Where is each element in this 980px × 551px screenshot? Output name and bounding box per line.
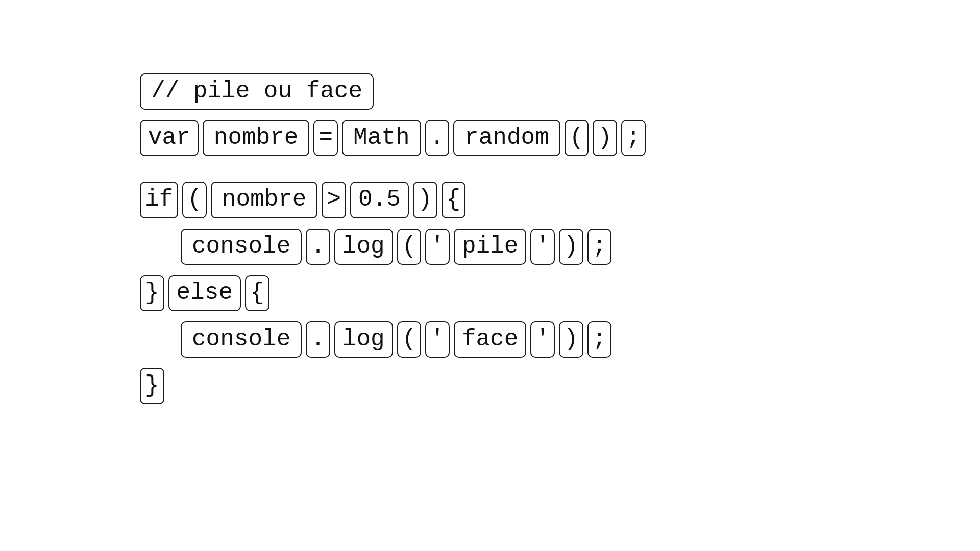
token-close-paren-2: )	[413, 182, 437, 218]
token-console-2: console	[181, 321, 302, 358]
token-log-2: log	[334, 321, 393, 358]
token-close-brace-1: }	[140, 275, 164, 311]
code-line-1: // pile ou face	[138, 71, 648, 112]
code-line-7: }	[138, 366, 648, 406]
token-var: var	[140, 120, 199, 156]
token-comment: // pile ou face	[140, 73, 374, 110]
token-if: if	[140, 182, 178, 218]
token-console-1: console	[181, 229, 302, 265]
token-random: random	[453, 120, 560, 156]
token-open-brace-2: {	[245, 275, 270, 311]
token-nombre-1: nombre	[203, 120, 310, 156]
token-log-1: log	[334, 229, 393, 265]
token-semicolon-3: ;	[587, 321, 612, 358]
token-else: else	[168, 275, 241, 311]
token-close-paren-1: )	[593, 120, 617, 156]
token-open-brace-1: {	[442, 182, 466, 218]
token-open-paren-1: (	[565, 120, 589, 156]
token-pile: pile	[454, 229, 526, 265]
token-close-paren-3: )	[559, 229, 583, 265]
token-dot-2: .	[306, 229, 330, 265]
token-gt: >	[322, 182, 346, 218]
token-dot-1: .	[425, 120, 450, 156]
token-open-paren-2: (	[182, 182, 207, 218]
token-squote-2: '	[530, 229, 555, 265]
code-display: // pile ou face var nombre = Math . rand…	[138, 71, 648, 412]
token-squote-1: '	[425, 229, 450, 265]
token-close-paren-4: )	[559, 321, 583, 358]
token-close-brace-2: }	[140, 368, 164, 404]
token-05: 0.5	[350, 182, 409, 218]
token-semicolon-2: ;	[587, 229, 612, 265]
token-squote-4: '	[530, 321, 555, 358]
token-nombre-2: nombre	[211, 182, 318, 218]
code-line-2: var nombre = Math . random ( ) ;	[138, 118, 648, 158]
token-face: face	[454, 321, 526, 358]
code-line-4: console . log ( ' pile ' ) ;	[138, 227, 648, 267]
code-line-6: console . log ( ' face ' ) ;	[138, 319, 648, 360]
code-line-3: if ( nombre > 0.5 ) {	[138, 180, 648, 220]
token-math: Math	[342, 120, 421, 156]
token-squote-3: '	[425, 321, 450, 358]
token-equals: =	[313, 120, 338, 156]
token-semicolon-1: ;	[621, 120, 646, 156]
token-dot-3: .	[306, 321, 330, 358]
code-line-5: } else {	[138, 273, 648, 313]
token-open-paren-3: (	[397, 229, 422, 265]
token-open-paren-4: (	[397, 321, 422, 358]
